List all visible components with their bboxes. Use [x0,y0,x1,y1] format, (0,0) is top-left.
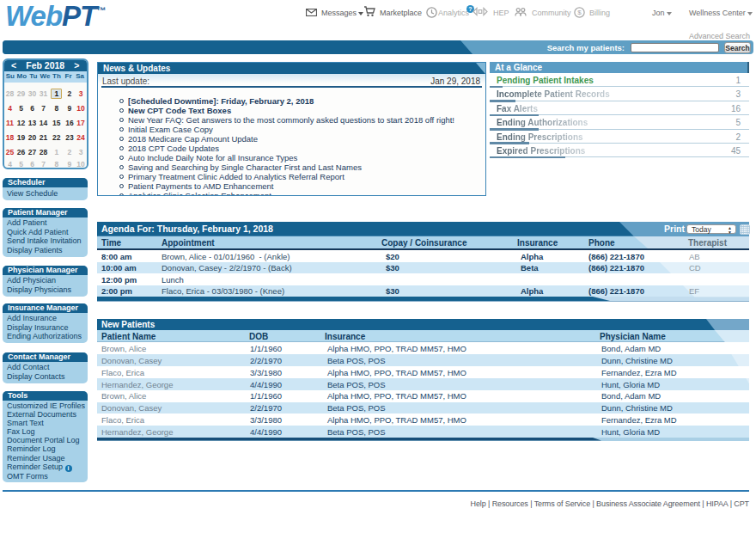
svg-text:$: $ [577,9,582,16]
